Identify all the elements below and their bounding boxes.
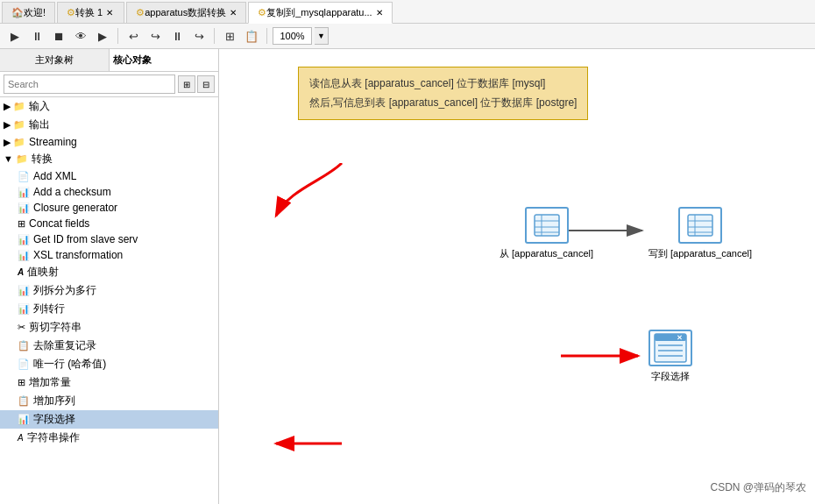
tree-item-splitrows[interactable]: 📊 列拆分为多行 [0, 281, 218, 300]
read-node[interactable]: 从 [apparatus_cancel] [500, 207, 593, 260]
read-node-label: 从 [apparatus_cancel] [500, 247, 593, 260]
tree-label-addconst: 增加常量 [29, 375, 71, 390]
tree-item-columntransform[interactable]: 📊 列转行 [0, 300, 218, 318]
toolbar-forward[interactable]: ↪ [189, 26, 209, 46]
item-icon-columntransform: 📊 [18, 303, 30, 315]
sidebar-tab-core[interactable]: 核心对象 [110, 49, 218, 71]
toolbar-divider-1 [117, 28, 118, 44]
fieldselect-node-icon: ✕ [648, 330, 692, 366]
item-icon-getid: 📊 [18, 234, 30, 245]
toolbar: ▶ ⏸ ⏹ 👁 ▶ ↩ ↪ ⏸ ↪ ⊞ 📋 ▼ [0, 24, 815, 49]
toolbar-undo[interactable]: ↩ [124, 26, 143, 46]
tree-item-addchecksum[interactable]: 📊 Add a checksum [0, 184, 218, 200]
toolbar-clipboard[interactable]: 📋 [242, 26, 261, 46]
tree-item-getid[interactable]: 📊 Get ID from slave serv [0, 231, 218, 247]
sidebar-tabs: 主对象树 核心对象 [0, 49, 218, 72]
tree-item-uniquerow[interactable]: 📄 唯一行 (哈希值) [0, 355, 218, 373]
folder-icon-streaming: ▶ 📁 [4, 137, 25, 148]
write-node[interactable]: 写到 [apparatus_cancel] [648, 207, 752, 260]
toolbar-pause2[interactable]: ⏸ [167, 26, 187, 46]
item-icon-closure: 📊 [18, 202, 30, 214]
tab-transform1-close[interactable]: ✕ [106, 8, 113, 18]
tree-label-transform: 转换 [32, 152, 53, 167]
tab-copy[interactable]: ⚙ 复制到_mysqlapparatu... ✕ [248, 2, 392, 24]
item-icon-concat: ⊞ [18, 218, 25, 230]
item-icon-dedup: 📋 [18, 340, 30, 351]
tree-label-output: 输出 [29, 117, 50, 132]
tree-label-fieldselect: 字段选择 [33, 412, 75, 427]
write-node-icon [678, 207, 722, 244]
sidebar-tree: ▶ 📁 输入 ▶ 📁 输出 ▶ 📁 Streaming ▼ 📁 转换 📄 Add… [0, 97, 218, 504]
tab-apparatus-close[interactable]: ✕ [230, 8, 237, 18]
tree-label-getid: Get ID from slave serv [33, 233, 138, 245]
tree-label-stringop: 字符串操作 [27, 430, 80, 445]
tree-item-concat[interactable]: ⊞ Concat fields [0, 216, 218, 231]
search-collapse-btn[interactable]: ⊟ [197, 75, 215, 93]
tree-item-streaming[interactable]: ▶ 📁 Streaming [0, 134, 218, 150]
tree-label-splitrows: 列拆分为多行 [33, 283, 96, 298]
toolbar-preview[interactable]: 👁 [71, 26, 90, 46]
tree-item-addconst[interactable]: ⊞ 增加常量 [0, 373, 218, 392]
tree-item-addxml[interactable]: 📄 Add XML [0, 168, 218, 184]
tab-welcome[interactable]: 🏠 欢迎! [2, 2, 55, 23]
item-icon-addxml: 📄 [18, 171, 30, 182]
tree-label-closure: Closure generator [33, 202, 117, 214]
tree-label-xsl: XSL transformation [33, 249, 123, 261]
tree-item-mapping[interactable]: A 值映射 [0, 263, 218, 281]
folder-icon-transform: ▼ 📁 [4, 153, 28, 165]
canvas-area[interactable]: 读信息从表 [apparatus_cancel] 位于数据库 [mysql] 然… [219, 49, 815, 504]
toolbar-stop[interactable]: ⏹ [49, 26, 68, 46]
tree-label-cutstring: 剪切字符串 [29, 320, 82, 335]
tree-item-xsl[interactable]: 📊 XSL transformation [0, 247, 218, 263]
tree-item-stringop[interactable]: A 字符串操作 [0, 429, 218, 447]
sidebar-tab-main[interactable]: 主对象树 [0, 49, 110, 71]
tree-label-columntransform: 列转行 [33, 302, 65, 316]
tree-item-fieldselect[interactable]: 📊 字段选择 [0, 410, 218, 429]
svg-text:✕: ✕ [677, 334, 683, 342]
sidebar-search-bar: ⊞ ⊟ [0, 72, 218, 97]
tree-item-closure[interactable]: 📊 Closure generator [0, 200, 218, 216]
item-icon-stringop: A [18, 433, 24, 443]
watermark: CSDN @弹码的琴农 [710, 480, 806, 495]
tab-apparatus-icon: ⚙ [136, 7, 145, 18]
folder-icon-output: ▶ 📁 [4, 119, 25, 131]
search-expand-btn[interactable]: ⊞ [178, 75, 195, 93]
toolbar-redo[interactable]: ↪ [145, 26, 165, 46]
tab-transform1[interactable]: ⚙ 转换 1 ✕ [57, 2, 124, 23]
tab-transform1-label: 转换 1 [75, 6, 103, 19]
item-icon-addconst: ⊞ [18, 377, 25, 388]
tree-label-concat: Concat fields [29, 217, 89, 230]
toolbar-grid[interactable]: ⊞ [220, 26, 239, 46]
tree-item-output[interactable]: ▶ 📁 输出 [0, 116, 218, 134]
tree-item-input[interactable]: ▶ 📁 输入 [0, 97, 218, 116]
toolbar-pause[interactable]: ⏸ [27, 26, 46, 46]
tab-apparatus[interactable]: ⚙ apparatus数据转换 ✕ [126, 2, 246, 23]
fieldselect-node[interactable]: ✕ 字段选择 [648, 330, 692, 383]
red-arrow-fieldselect [272, 435, 535, 504]
tree-label-mapping: 值映射 [27, 265, 59, 280]
toolbar-play[interactable]: ▶ [5, 26, 25, 46]
tree-item-addseq[interactable]: 📋 增加序列 [0, 392, 218, 410]
search-input[interactable] [4, 75, 175, 94]
red-arrow-transform [272, 163, 535, 295]
folder-icon: ▶ 📁 [4, 101, 25, 112]
item-icon-addseq: 📋 [18, 395, 30, 407]
write-node-label: 写到 [apparatus_cancel] [648, 247, 752, 260]
toolbar-run[interactable]: ▶ [93, 26, 112, 46]
item-icon-fieldselect: 📊 [18, 414, 30, 425]
fieldselect-node-label: 字段选择 [651, 370, 690, 383]
zoom-dropdown-btn[interactable]: ▼ [315, 27, 329, 45]
item-icon-cutstring: ✂ [18, 322, 25, 333]
item-icon-xsl: 📊 [18, 250, 30, 261]
toolbar-divider-2 [214, 28, 215, 44]
read-node-icon [525, 207, 569, 244]
tab-transform1-icon: ⚙ [67, 7, 75, 18]
tree-item-cutstring[interactable]: ✂ 剪切字符串 [0, 318, 218, 337]
zoom-input[interactable] [273, 27, 312, 45]
tree-label-addchecksum: Add a checksum [33, 186, 111, 198]
tree-item-transform[interactable]: ▼ 📁 转换 [0, 150, 218, 168]
info-box: 读信息从表 [apparatus_cancel] 位于数据库 [mysql] 然… [298, 67, 588, 120]
tree-item-dedup[interactable]: 📋 去除重复记录 [0, 337, 218, 355]
tab-copy-close[interactable]: ✕ [376, 8, 383, 18]
tree-label-dedup: 去除重复记录 [33, 338, 96, 353]
